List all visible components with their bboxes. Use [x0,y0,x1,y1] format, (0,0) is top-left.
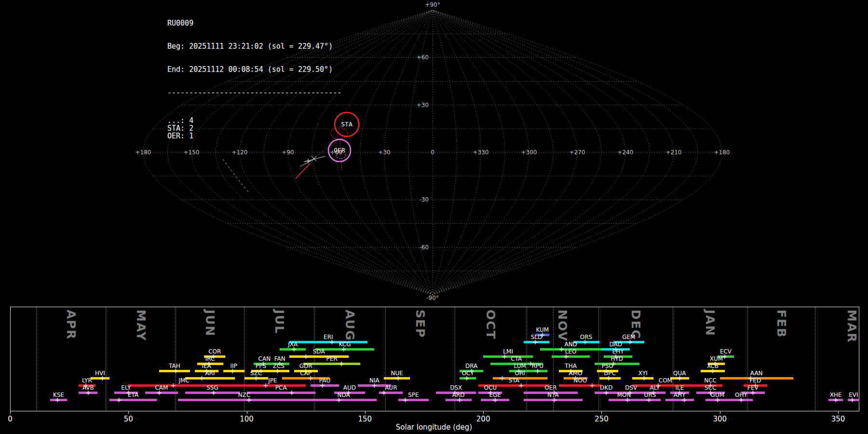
shower-bar [609,399,639,401]
month-gridline [598,307,599,410]
shower-peak-marker: + [274,366,280,376]
shower-peak-marker: + [518,380,524,390]
shower-code-label: OER [536,384,565,391]
shower-peak-marker: + [303,352,309,361]
month-label: AUG [343,310,357,341]
shower-peak-marker: + [291,344,297,354]
shower-peak-marker: + [492,395,498,405]
shower-peak-marker: + [116,395,122,405]
month-label: MAR [845,310,859,343]
axis-tick-label: 50 [118,415,139,423]
shower-peak-marker: + [532,337,538,347]
shower-code-label: CTA [502,355,531,362]
shower-peak-marker: + [211,388,217,397]
shower-peak-marker: + [85,388,91,397]
month-label: APR [64,310,78,340]
shower-peak-marker: + [738,395,744,405]
shower-peak-marker: + [551,395,557,405]
month-label: JUL [272,310,286,335]
month-label: OCT [484,310,498,340]
radiant-map-screen: RU0009 Beg: 20251111 23:21:02 (sol = 229… [0,0,868,434]
shower-peak-marker: + [395,373,401,383]
shower-code-label: LMI [494,348,523,355]
shower-peak-marker: + [173,366,178,376]
axis-tick-label: 300 [709,415,731,423]
month-gridline [314,307,314,410]
axis-tick-label: 0 [0,415,21,423]
axis-tick [365,411,366,414]
shower-bar [178,399,311,401]
shower-peak-marker: + [563,352,569,361]
axis-tick [838,411,839,414]
activity-timeline: Solar longitude (deg) APRMAYJUNJULAUGSEP… [0,0,868,434]
shower-peak-marker: + [606,373,611,383]
shower-peak-marker: + [603,388,609,397]
month-label: MAY [134,310,148,341]
shower-peak-marker: + [646,395,652,405]
shower-peak-marker: + [681,395,687,405]
axis-tick-label: 350 [827,415,849,423]
shower-code-label: MON [610,392,638,398]
current-sol-line [553,307,554,410]
shower-peak-marker: + [402,395,408,405]
axis-tick [601,411,602,414]
axis-tick [10,411,11,414]
shower-peak-marker: + [710,366,716,376]
axis-tick [720,411,720,414]
shower-peak-marker: + [464,373,470,383]
shower-peak-marker: + [246,395,252,405]
shower-code-label: NZC [230,392,259,398]
shower-peak-marker: + [230,366,235,376]
month-label: NOV [556,310,570,342]
shower-peak-marker: + [320,380,326,390]
shower-peak-marker: + [535,366,541,376]
shower-code-label: HYD [602,355,631,362]
shower-code-label: AHY [665,392,694,398]
shower-peak-marker: + [336,395,342,405]
shower-bar [665,399,694,401]
shower-code-label: ERI [314,334,343,340]
shower-peak-marker: + [341,344,347,354]
month-label: SEP [413,310,427,338]
month-label: JAN [703,310,717,337]
axis-tick [247,411,247,414]
month-gridline [36,307,37,410]
month-label: JUN [203,310,217,337]
shower-peak-marker: + [381,388,387,397]
shower-peak-marker: + [641,373,647,383]
month-gridline [815,307,815,410]
axis-tick-label: 200 [473,415,494,423]
shower-code-label: NDA [329,392,358,398]
shower-peak-marker: + [833,395,839,405]
shower-code-label: AAN [742,370,771,377]
axis-tick [483,411,484,414]
x-axis-title: Solar longitude (deg) [386,423,482,432]
shower-peak-marker: + [339,359,344,368]
month-gridline [106,307,106,410]
shower-bar [311,399,377,401]
shower-peak-marker: + [715,395,720,405]
shower-code-label: STA [500,377,529,384]
month-gridline [176,307,176,410]
shower-peak-marker: + [849,395,855,405]
axis-tick-label: 100 [236,415,258,423]
month-label: FEB [774,310,788,338]
axis-tick-label: 150 [354,415,376,423]
axis-tick [128,411,129,414]
shower-code-label: ORI [505,370,534,377]
shower-peak-marker: + [156,388,162,397]
shower-code-label: LEO [556,348,585,355]
axis-tick-label: 250 [591,415,612,423]
shower-bar [552,355,589,358]
shower-peak-marker: + [199,373,204,383]
shower-peak-marker: + [289,388,295,397]
shower-peak-marker: + [457,395,462,405]
shower-peak-marker: + [624,395,630,405]
shower-peak-marker: + [54,395,60,405]
shower-code-label: ETA [119,392,148,398]
shower-code-label: CAP [291,370,320,377]
